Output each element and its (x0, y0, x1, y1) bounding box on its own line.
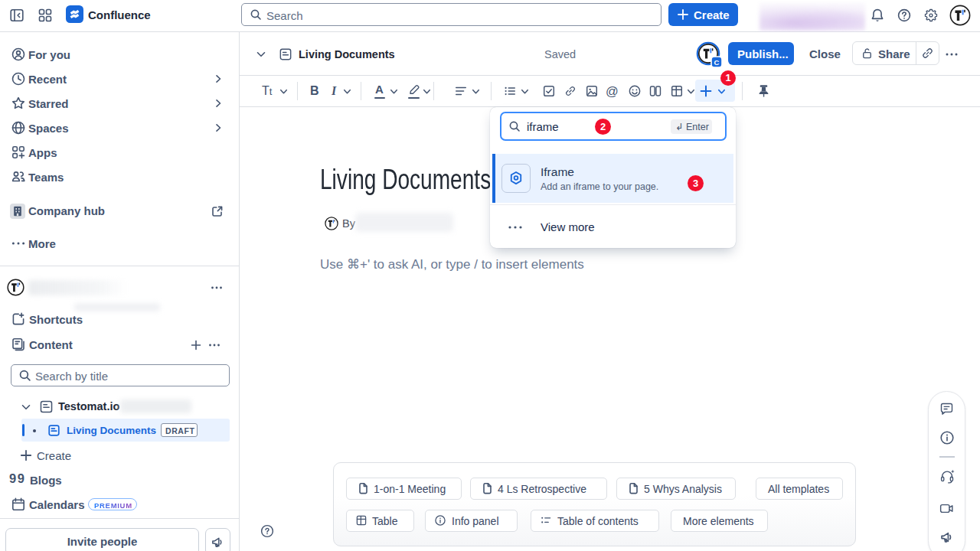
svg-text:C: C (714, 58, 720, 67)
